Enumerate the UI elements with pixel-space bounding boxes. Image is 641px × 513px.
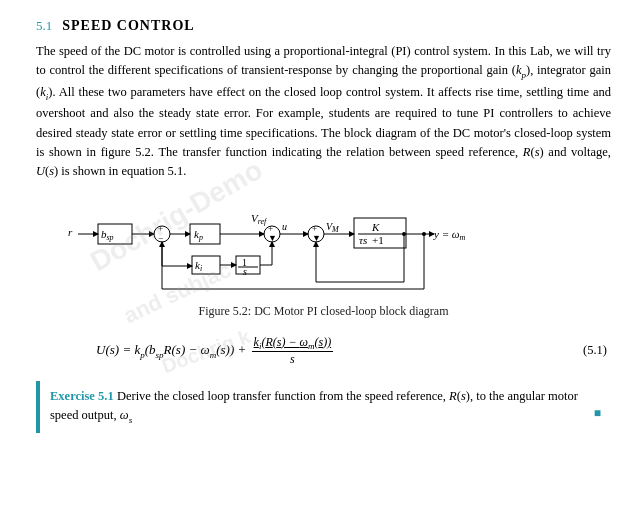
exercise-label: Exercise 5.1 [50, 389, 114, 403]
section-title: SPEED CONTROL [62, 18, 194, 34]
figure-caption: Figure 5.2: DC Motor PI closed-loop bloc… [199, 304, 449, 319]
svg-text:r: r [68, 226, 73, 238]
section-number: 5.1 [36, 18, 52, 34]
svg-text:K: K [371, 221, 380, 233]
svg-text:s: s [243, 266, 247, 277]
diagram-container: r bsp + − kp Vref [36, 194, 611, 329]
svg-text:u: u [282, 221, 287, 232]
svg-text:VM: VM [326, 221, 340, 234]
svg-text:Vref: Vref [251, 212, 268, 226]
body-paragraph: The speed of the DC motor is controlled … [36, 42, 611, 182]
svg-text:▼: ▼ [312, 233, 321, 243]
exercise-end-mark: ■ [594, 406, 601, 421]
exercise-text: Derive the closed loop transfer function… [50, 389, 578, 422]
svg-text:−: − [158, 233, 163, 243]
svg-text:bsp: bsp [101, 228, 114, 242]
equation-content: U(s) = kp(bspR(s) − ωm(s)) + ki(R(s) − ω… [36, 335, 583, 367]
svg-text:+1: +1 [372, 234, 384, 246]
block-diagram: r bsp + − kp Vref [64, 194, 584, 304]
exercise-box: Exercise 5.1 Derive the closed loop tran… [36, 381, 611, 433]
equation-number: (5.1) [583, 343, 611, 358]
svg-text:+: + [268, 223, 273, 233]
section-header: 5.1 SPEED CONTROL [36, 18, 611, 34]
page: 5.1 SPEED CONTROL The speed of the DC mo… [0, 0, 641, 451]
svg-text:▼: ▼ [268, 233, 277, 243]
svg-text:+: + [312, 223, 317, 233]
svg-text:y = ωm: y = ωm [433, 228, 466, 242]
svg-text:τs: τs [359, 234, 367, 246]
svg-text:ki: ki [195, 259, 202, 273]
svg-text:+: + [158, 223, 163, 233]
svg-text:kp: kp [194, 228, 203, 242]
equation-row: U(s) = kp(bspR(s) − ωm(s)) + ki(R(s) − ω… [36, 335, 611, 367]
svg-rect-36 [236, 256, 260, 274]
